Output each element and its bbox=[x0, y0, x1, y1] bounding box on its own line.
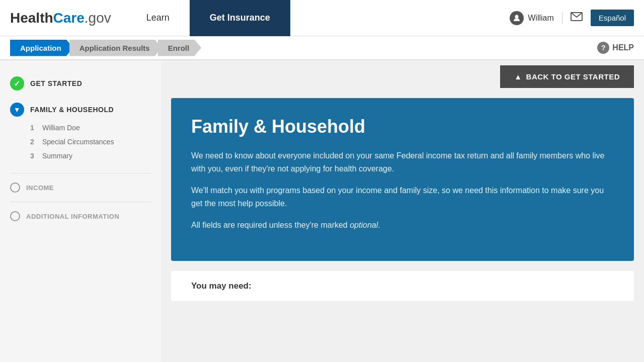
header-right: William Español bbox=[510, 10, 634, 26]
additional-label: ADDITIONAL INFORMATION bbox=[26, 213, 119, 220]
get-started-check-icon: ✓ bbox=[10, 76, 24, 90]
paragraph-2: We'll match you with programs based on y… bbox=[191, 184, 614, 210]
get-started-label: GET STARTED bbox=[30, 79, 82, 87]
header-divider bbox=[562, 12, 562, 24]
user-avatar-icon bbox=[510, 11, 524, 25]
optional-text: optional bbox=[350, 221, 378, 229]
nav-learn[interactable]: Learn bbox=[126, 0, 190, 36]
back-chevron-icon: ▲ bbox=[514, 72, 522, 81]
help-circle-icon: ? bbox=[597, 42, 609, 54]
item-label-william-doe: William Doe bbox=[42, 124, 80, 132]
logo-care: Care bbox=[53, 10, 85, 26]
sidebar-family-header[interactable]: ▼ FAMILY & HOUSEHOLD bbox=[10, 103, 151, 117]
nav-get-insurance[interactable]: Get Insurance bbox=[190, 0, 290, 36]
sidebar-section-income[interactable]: INCOME bbox=[0, 177, 161, 198]
sidebar-section-get-started: ✓ GET STARTED bbox=[0, 70, 161, 97]
user-info[interactable]: William bbox=[510, 11, 554, 25]
family-label: FAMILY & HOUSEHOLD bbox=[30, 106, 114, 114]
back-bar: ▲ BACK TO GET STARTED bbox=[171, 60, 634, 93]
svg-point-0 bbox=[515, 15, 519, 18]
sidebar-divider-1 bbox=[10, 173, 151, 173]
paragraph-3: All fields are required unless they're m… bbox=[191, 219, 614, 232]
sidebar-item-special-circumstances[interactable]: 2 Special Circumstances bbox=[30, 135, 151, 149]
item-label-special-circumstances: Special Circumstances bbox=[42, 138, 114, 146]
sidebar-section-family: ▼ FAMILY & HOUSEHOLD 1 William Doe 2 Spe… bbox=[0, 97, 161, 169]
sidebar-divider-2 bbox=[10, 202, 151, 202]
you-may-need-heading: You may need: bbox=[191, 281, 614, 291]
help-button[interactable]: ? HELP bbox=[597, 42, 634, 54]
income-label: INCOME bbox=[26, 184, 54, 192]
logo-health: Health bbox=[10, 10, 53, 26]
family-household-card: Family & Household We need to know about… bbox=[171, 98, 634, 261]
sidebar-section-additional[interactable]: ADDITIONAL INFORMATION bbox=[0, 206, 161, 226]
logo-gov: .gov bbox=[85, 10, 111, 26]
item-num-3: 3 bbox=[30, 152, 38, 160]
item-num-1: 1 bbox=[30, 124, 38, 132]
item-num-2: 2 bbox=[30, 138, 38, 146]
sidebar-item-summary[interactable]: 3 Summary bbox=[30, 149, 151, 163]
mail-icon[interactable] bbox=[571, 12, 583, 24]
main-container: ✓ GET STARTED ▼ FAMILY & HOUSEHOLD 1 Wil… bbox=[0, 60, 644, 362]
section-title: Family & Household bbox=[191, 116, 614, 137]
header: HealthCare.gov Learn Get Insurance Willi… bbox=[0, 0, 644, 36]
sidebar-get-started-header[interactable]: ✓ GET STARTED bbox=[10, 76, 151, 90]
paragraph-1: We need to know about everyone included … bbox=[191, 149, 614, 175]
header-nav: Learn Get Insurance bbox=[126, 0, 510, 36]
you-may-need-section: You may need: bbox=[171, 271, 634, 301]
income-empty-icon bbox=[10, 183, 20, 193]
paragraph-3-start: All fields are required unless they're m… bbox=[191, 221, 350, 229]
logo[interactable]: HealthCare.gov bbox=[10, 10, 111, 26]
item-label-summary: Summary bbox=[42, 152, 72, 160]
breadcrumb: Application Application Results Enroll bbox=[10, 40, 201, 56]
user-name: William bbox=[528, 14, 554, 23]
family-arrow-icon: ▼ bbox=[10, 103, 24, 117]
step-enroll[interactable]: Enroll bbox=[158, 40, 202, 56]
paragraph-3-end: . bbox=[378, 221, 380, 229]
sidebar-item-william-doe[interactable]: 1 William Doe bbox=[30, 121, 151, 135]
additional-empty-icon bbox=[10, 211, 20, 221]
sub-header: Application Application Results Enroll ?… bbox=[0, 36, 644, 60]
espanol-button[interactable]: Español bbox=[591, 10, 634, 26]
step-application-results[interactable]: Application Results bbox=[69, 40, 162, 56]
family-sub-items: 1 William Doe 2 Special Circumstances 3 … bbox=[10, 117, 151, 163]
help-label: HELP bbox=[612, 43, 634, 52]
back-to-get-started-button[interactable]: ▲ BACK TO GET STARTED bbox=[500, 65, 634, 88]
step-application[interactable]: Application bbox=[10, 40, 73, 56]
content-area: ▲ BACK TO GET STARTED Family & Household… bbox=[161, 60, 644, 362]
back-button-label: BACK TO GET STARTED bbox=[526, 72, 620, 81]
sidebar: ✓ GET STARTED ▼ FAMILY & HOUSEHOLD 1 Wil… bbox=[0, 60, 161, 362]
